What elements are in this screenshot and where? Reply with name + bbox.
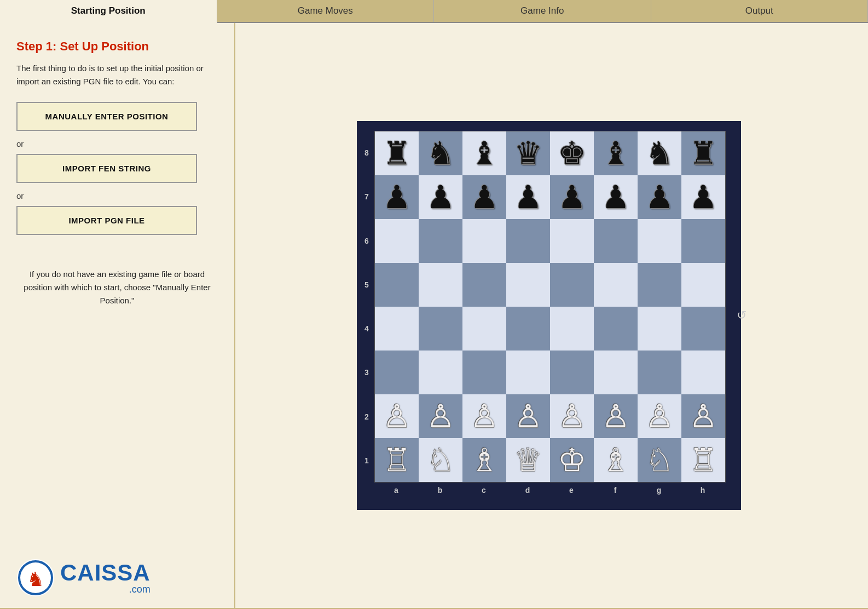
logo-text: CAISSA .com (60, 561, 151, 594)
cell-7-a[interactable]: ♟ (375, 175, 419, 219)
board-wrapper: 8 7 6 5 4 3 2 1 ♜♞♝♛♚♝♞♜♟♟♟♟♟♟♟♟♙♙♙♙ (357, 121, 741, 510)
cell-5-g[interactable] (638, 263, 681, 307)
chess-piece: ♟ (689, 181, 717, 213)
chess-piece: ♙ (426, 400, 455, 432)
chess-piece: ♘ (426, 444, 455, 476)
cell-3-f[interactable] (594, 351, 638, 394)
cell-4-h[interactable] (681, 307, 725, 351)
cell-6-a[interactable] (375, 219, 419, 263)
cell-6-c[interactable] (462, 219, 506, 263)
chess-piece: ♛ (514, 137, 542, 169)
cell-8-e[interactable]: ♚ (550, 131, 594, 175)
cell-5-a[interactable] (375, 263, 419, 307)
left-panel: Step 1: Set Up Position The first thing … (0, 23, 235, 608)
refresh-board-button[interactable]: ↺ (737, 308, 747, 323)
cell-7-e[interactable]: ♟ (550, 175, 594, 219)
cell-2-f[interactable]: ♙ (594, 394, 638, 438)
cell-1-d[interactable]: ♕ (506, 438, 550, 482)
file-label-d: d (506, 482, 549, 495)
cell-1-a[interactable]: ♖ (375, 438, 419, 482)
cell-6-g[interactable] (638, 219, 681, 263)
chess-piece: ♝ (470, 137, 499, 169)
cell-6-h[interactable] (681, 219, 725, 263)
bottom-description: If you do not have an existing game file… (16, 257, 218, 548)
cell-4-d[interactable] (506, 307, 550, 351)
cell-3-h[interactable] (681, 351, 725, 394)
cell-3-c[interactable] (462, 351, 506, 394)
cell-1-h[interactable]: ♖ (681, 438, 725, 482)
cell-4-b[interactable] (419, 307, 462, 351)
cell-7-b[interactable]: ♟ (419, 175, 462, 219)
import-pgn-file-button[interactable]: IMPORT PGN FILE (16, 206, 197, 235)
cell-4-f[interactable] (594, 307, 638, 351)
cell-3-a[interactable] (375, 351, 419, 394)
cell-3-b[interactable] (419, 351, 462, 394)
step-title: Step 1: Set Up Position (16, 39, 218, 54)
right-panel: 8 7 6 5 4 3 2 1 ♜♞♝♛♚♝♞♜♟♟♟♟♟♟♟♟♙♙♙♙ (235, 23, 868, 608)
cell-2-c[interactable]: ♙ (462, 394, 506, 438)
cell-7-c[interactable]: ♟ (462, 175, 506, 219)
cell-7-g[interactable]: ♟ (638, 175, 681, 219)
chess-piece: ♙ (558, 400, 586, 432)
or-text-1: or (16, 139, 218, 148)
cell-4-a[interactable] (375, 307, 419, 351)
tab-output[interactable]: Output (651, 0, 869, 22)
cell-5-b[interactable] (419, 263, 462, 307)
main-content: Step 1: Set Up Position The first thing … (0, 23, 868, 608)
chess-piece: ♘ (645, 444, 674, 476)
tab-game-moves[interactable]: Game Moves (217, 0, 435, 22)
cell-1-e[interactable]: ♔ (550, 438, 594, 482)
cell-6-e[interactable] (550, 219, 594, 263)
chess-piece: ♞ (426, 137, 455, 169)
chess-piece: ♟ (645, 181, 674, 213)
cell-3-g[interactable] (638, 351, 681, 394)
cell-8-a[interactable]: ♜ (375, 131, 419, 175)
cell-7-d[interactable]: ♟ (506, 175, 550, 219)
cell-3-d[interactable] (506, 351, 550, 394)
chess-piece: ♗ (470, 444, 499, 476)
cell-2-g[interactable]: ♙ (638, 394, 681, 438)
chess-piece: ♙ (383, 400, 411, 432)
cell-2-h[interactable]: ♙ (681, 394, 725, 438)
file-label-b: b (418, 482, 462, 495)
cell-1-g[interactable]: ♘ (638, 438, 681, 482)
cell-2-e[interactable]: ♙ (550, 394, 594, 438)
cell-2-b[interactable]: ♙ (419, 394, 462, 438)
cell-1-c[interactable]: ♗ (462, 438, 506, 482)
import-fen-string-button[interactable]: IMPORT FEN STRING (16, 154, 197, 183)
chess-piece: ♟ (601, 181, 630, 213)
cell-5-d[interactable] (506, 263, 550, 307)
cell-4-g[interactable] (638, 307, 681, 351)
cell-5-c[interactable] (462, 263, 506, 307)
cell-7-f[interactable]: ♟ (594, 175, 638, 219)
cell-4-e[interactable] (550, 307, 594, 351)
tab-game-info[interactable]: Game Info (434, 0, 651, 22)
rank-label-3: 3 (362, 351, 371, 394)
cell-8-c[interactable]: ♝ (462, 131, 506, 175)
cell-5-h[interactable] (681, 263, 725, 307)
cell-1-f[interactable]: ♗ (594, 438, 638, 482)
cell-8-g[interactable]: ♞ (638, 131, 681, 175)
board-with-labels: 8 7 6 5 4 3 2 1 ♜♞♝♛♚♝♞♜♟♟♟♟♟♟♟♟♙♙♙♙ (362, 131, 726, 495)
cell-8-h[interactable]: ♜ (681, 131, 725, 175)
board-row-wrapper: 8 7 6 5 4 3 2 1 ♜♞♝♛♚♝♞♜♟♟♟♟♟♟♟♟♙♙♙♙ (362, 131, 726, 482)
cell-8-b[interactable]: ♞ (419, 131, 462, 175)
manually-enter-position-button[interactable]: MANUALLY ENTER POSITION (16, 102, 197, 131)
cell-1-b[interactable]: ♘ (419, 438, 462, 482)
cell-7-h[interactable]: ♟ (681, 175, 725, 219)
cell-8-d[interactable]: ♛ (506, 131, 550, 175)
cell-6-d[interactable] (506, 219, 550, 263)
cell-6-f[interactable] (594, 219, 638, 263)
tab-starting-position[interactable]: Starting Position (0, 0, 217, 23)
rank-label-5: 5 (362, 263, 371, 307)
cell-4-c[interactable] (462, 307, 506, 351)
cell-5-f[interactable] (594, 263, 638, 307)
cell-2-d[interactable]: ♙ (506, 394, 550, 438)
cell-3-e[interactable] (550, 351, 594, 394)
chess-piece: ♟ (470, 181, 499, 213)
cell-8-f[interactable]: ♝ (594, 131, 638, 175)
cell-2-a[interactable]: ♙ (375, 394, 419, 438)
chess-piece: ♟ (558, 181, 586, 213)
cell-6-b[interactable] (419, 219, 462, 263)
cell-5-e[interactable] (550, 263, 594, 307)
